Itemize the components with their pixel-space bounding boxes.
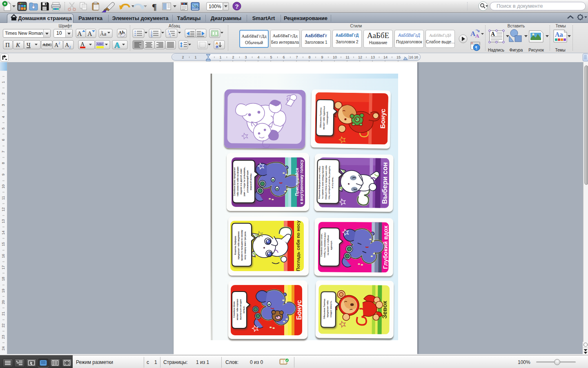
svg-text:4: 4 xyxy=(1,116,5,118)
svg-text:ночью.: ночью. xyxy=(243,305,245,313)
svg-text:на живот и глубоко: на живот и глубоко xyxy=(327,235,329,255)
svg-text:желает тебе чудесных: желает тебе чудесных xyxy=(323,106,325,130)
svg-text:Aa: Aa xyxy=(555,31,563,38)
svg-text:12: 12 xyxy=(1,207,5,211)
svg-text:21: 21 xyxy=(1,312,5,316)
svg-text:7: 7 xyxy=(1,150,5,153)
svg-text:11: 11 xyxy=(1,196,5,200)
svg-text:2: 2 xyxy=(58,41,60,45)
svg-text:А: А xyxy=(114,41,120,49)
svg-text:A: A xyxy=(77,30,82,37)
svg-text:19: 19 xyxy=(1,289,5,293)
svg-text:8: 8 xyxy=(308,55,310,59)
svg-text:сновидений.: сновидений. xyxy=(326,111,329,124)
svg-text:к внутреннему голосу: к внутреннему голосу xyxy=(299,159,304,204)
svg-text:6: 6 xyxy=(1,139,5,141)
svg-text:A: A xyxy=(87,30,92,37)
svg-text:1: 1 xyxy=(194,55,196,59)
svg-text:К: К xyxy=(16,42,20,48)
svg-text:Слонёнок Шоко хочет,: Слонёнок Шоко хочет, xyxy=(320,233,323,257)
svg-text:чтобы ты положил руку: чтобы ты положил руку xyxy=(323,233,326,258)
svg-text:2: 2 xyxy=(232,55,234,59)
svg-text:Бонус: Бонус xyxy=(379,109,387,129)
svg-text:Глубокий вдох: Глубокий вдох xyxy=(382,225,389,269)
svg-text:Слонёнок Шоко: Слонёнок Шоко xyxy=(233,301,235,318)
svg-text:20: 20 xyxy=(1,300,5,304)
svg-text:16: 16 xyxy=(409,55,413,59)
svg-text:3: 3 xyxy=(151,35,152,38)
svg-text:ты прямо в поле между бровей: ты прямо в поле между бровей xyxy=(321,166,324,199)
svg-text:А: А xyxy=(475,33,479,39)
svg-text:в эту ночь.: в эту ночь. xyxy=(331,177,334,188)
svg-text:предлагает тебе медленно: предлагает тебе медленно xyxy=(237,231,240,260)
svg-text:15: 15 xyxy=(1,242,5,246)
svg-text:тебе сплести себе на форме: тебе сплести себе на форме xyxy=(236,166,239,196)
svg-text:Бонус: Бонус xyxy=(296,300,303,320)
svg-text:уши — тогда ты услышишь,: уши — тогда ты услышишь, xyxy=(243,166,245,196)
svg-text:Ãa: Ãa xyxy=(100,31,106,37)
svg-text:А: А xyxy=(470,30,476,38)
svg-text:A: A xyxy=(65,42,69,48)
svg-text:2: 2 xyxy=(69,45,71,49)
svg-text:A: A xyxy=(80,41,85,47)
svg-text:П: П xyxy=(5,42,10,48)
svg-text:15: 15 xyxy=(396,55,401,59)
svg-text:♪: ♪ xyxy=(195,4,197,9)
svg-text:11: 11 xyxy=(345,55,349,59)
svg-text:22: 22 xyxy=(1,323,5,328)
svg-text:Обезьянка Танечка: Обезьянка Танечка xyxy=(323,299,325,319)
svg-text:Погладь себя по носу: Погладь себя по носу xyxy=(296,220,301,271)
svg-text:17: 17 xyxy=(1,265,5,269)
svg-text:13: 13 xyxy=(371,55,375,59)
svg-text:100%: 100% xyxy=(209,4,221,9)
svg-text:ABC: ABC xyxy=(42,42,52,47)
svg-text:ладони и в другой, нами: ладони и в другой, нами xyxy=(240,168,242,194)
svg-text:предлагает тебе: предлагает тебе xyxy=(326,300,329,317)
svg-text:Слонёнок Шоко предлагает: Слонёнок Шоко предлагает xyxy=(233,167,236,196)
svg-text:A: A xyxy=(54,42,59,48)
svg-text:10: 10 xyxy=(333,55,337,59)
svg-text:провести пальцем по своему: провести пальцем по своему xyxy=(241,230,243,261)
svg-text:3: 3 xyxy=(245,55,247,59)
svg-text:выспаться сегодня: выспаться сегодня xyxy=(239,299,242,320)
svg-text:1: 1 xyxy=(151,30,152,33)
svg-text:i: i xyxy=(170,35,171,38)
svg-text:9: 9 xyxy=(1,173,5,175)
svg-text:¶: ¶ xyxy=(475,45,477,50)
svg-text:Кошечка Зефирка хочет, чтобы: Кошечка Зефирка хочет, чтобы xyxy=(318,166,321,199)
svg-text:Я: Я xyxy=(216,45,218,49)
svg-text:2: 2 xyxy=(182,55,184,59)
svg-text:16: 16 xyxy=(1,254,5,258)
svg-text:сладко зевнуть.: сладко зевнуть. xyxy=(330,300,332,317)
svg-text:14: 14 xyxy=(383,55,388,59)
svg-text:1: 1 xyxy=(1,81,5,83)
svg-text:a: a xyxy=(169,32,170,35)
svg-text:¶: ¶ xyxy=(152,2,157,12)
svg-text:носу сверху вниз три раза.: носу сверху вниз три раза. xyxy=(244,231,246,260)
svg-text:А: А xyxy=(216,41,218,45)
svg-text:закрыл глаза и представил себе: закрыл глаза и представил себе xyxy=(325,165,327,200)
svg-text:сон, который хотел бы увидеть: сон, который хотел бы увидеть xyxy=(328,166,331,200)
svg-text:2: 2 xyxy=(151,33,152,36)
svg-text:6: 6 xyxy=(283,55,285,59)
svg-text:8: 8 xyxy=(1,162,5,164)
svg-text:?: ? xyxy=(235,3,239,10)
svg-text:2: 2 xyxy=(1,92,5,94)
svg-text:Поиск в документе: Поиск в документе xyxy=(497,3,543,9)
svg-text:24: 24 xyxy=(1,346,5,350)
svg-text:Прислушайся: Прислушайся xyxy=(295,168,299,196)
svg-text:18: 18 xyxy=(1,277,5,281)
svg-text:12: 12 xyxy=(358,55,362,59)
svg-text:А: А xyxy=(491,31,495,37)
svg-text:5: 5 xyxy=(270,55,272,59)
svg-text:10: 10 xyxy=(1,184,5,188)
svg-text:14: 14 xyxy=(1,231,5,235)
svg-text:успокаивающий шум: успокаивающий шум xyxy=(246,171,249,193)
svg-text:7: 7 xyxy=(296,55,298,59)
svg-text:вдохнул.: вдохнул. xyxy=(330,240,332,250)
svg-text:13: 13 xyxy=(1,219,5,223)
svg-text:1: 1 xyxy=(219,55,221,59)
svg-text:4: 4 xyxy=(257,55,259,59)
svg-text:1: 1 xyxy=(167,30,169,33)
svg-text:Зевок: Зевок xyxy=(381,301,388,319)
